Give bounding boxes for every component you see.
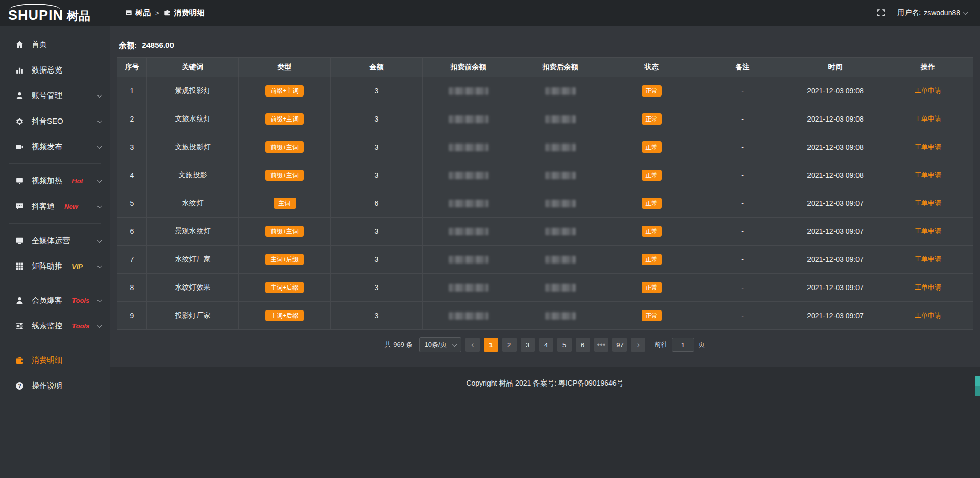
work-order-link[interactable]: 工单申请 bbox=[915, 171, 941, 179]
wallet-icon bbox=[15, 356, 24, 365]
more-pages-button[interactable]: ••• bbox=[594, 338, 609, 352]
status-badge: 正常 bbox=[642, 310, 662, 321]
home-icon bbox=[15, 40, 24, 49]
balance-label: 余额: bbox=[119, 41, 137, 50]
page-button-2[interactable]: 2 bbox=[502, 338, 517, 352]
cell-action: 工单申请 bbox=[883, 105, 973, 133]
page-buttons: ‹123456•••97› bbox=[465, 338, 646, 352]
goto-page-input[interactable] bbox=[672, 338, 694, 352]
consume-table: 序号 关键词 类型 金额 扣费前余额 扣费后余额 状态 备注 时间 操作 1 景… bbox=[117, 57, 973, 330]
monitor-icon bbox=[15, 236, 24, 245]
col-action: 操作 bbox=[883, 58, 973, 77]
cell-post-balance bbox=[514, 77, 606, 105]
goto-label: 前往 bbox=[654, 340, 668, 349]
type-badge: 主词 bbox=[274, 198, 296, 209]
breadcrumb-root-label: 树品 bbox=[135, 8, 151, 18]
app-logo[interactable]: SHUPIN 树品 bbox=[0, 4, 110, 22]
page-button-last[interactable]: 97 bbox=[612, 338, 627, 352]
cell-status: 正常 bbox=[606, 246, 697, 274]
fullscreen-icon[interactable] bbox=[877, 9, 885, 17]
page-button-5[interactable]: 5 bbox=[557, 338, 572, 352]
col-index: 序号 bbox=[117, 58, 147, 77]
sidebar-item-help[interactable]: ? 操作说明 bbox=[0, 373, 110, 398]
sidebar-item-label: 视频加热 bbox=[32, 176, 62, 186]
work-order-link[interactable]: 工单申请 bbox=[915, 283, 941, 291]
sidebar-nav: 首页 数据总览 账号管理 抖音SEO 视频发布 视频加热 Hot 抖客通 New… bbox=[0, 32, 110, 398]
grid-icon bbox=[15, 262, 24, 271]
cell-pre-balance bbox=[423, 105, 514, 133]
wallet-icon bbox=[164, 9, 171, 16]
table-row: 7 水纹灯厂家 主词+后缀 3 正常 - 2021-12-03 09:07 工单… bbox=[117, 246, 973, 274]
page-button-3[interactable]: 3 bbox=[521, 338, 535, 352]
sidebar-item-consume-detail[interactable]: 消费明细 bbox=[0, 347, 110, 373]
user-menu[interactable]: 用户名: zswodun88 bbox=[897, 8, 967, 17]
cell-post-balance bbox=[514, 302, 606, 330]
chevron-down-icon bbox=[452, 342, 457, 347]
page-button-1[interactable]: 1 bbox=[484, 338, 498, 352]
chevron-down-icon bbox=[963, 10, 968, 15]
work-order-link[interactable]: 工单申请 bbox=[915, 312, 941, 319]
prev-page-button[interactable]: ‹ bbox=[465, 338, 480, 352]
bar-chart-icon bbox=[15, 66, 24, 75]
sidebar-item-tag: New bbox=[64, 203, 78, 210]
col-status: 状态 bbox=[606, 58, 697, 77]
sidebar-item-douketong[interactable]: 抖客通 New bbox=[0, 194, 110, 219]
work-order-link[interactable]: 工单申请 bbox=[915, 199, 941, 207]
cell-amount: 3 bbox=[331, 274, 423, 302]
type-badge: 前缀+主词 bbox=[265, 226, 304, 237]
work-order-link[interactable]: 工单申请 bbox=[915, 227, 941, 235]
work-order-link[interactable]: 工单申请 bbox=[915, 115, 941, 123]
sidebar-item-label: 消费明细 bbox=[32, 355, 62, 365]
cell-time: 2021-12-03 09:08 bbox=[788, 77, 883, 105]
cell-amount: 3 bbox=[331, 302, 423, 330]
floating-widget[interactable] bbox=[975, 376, 980, 396]
cell-status: 正常 bbox=[606, 302, 697, 330]
sidebar: 首页 数据总览 账号管理 抖音SEO 视频发布 视频加热 Hot 抖客通 New… bbox=[0, 26, 110, 478]
breadcrumb-current[interactable]: 消费明细 bbox=[164, 8, 205, 18]
sidebar-item-label: 矩阵助推 bbox=[32, 261, 62, 271]
page-size-value: 10条/页 bbox=[425, 340, 447, 349]
sidebar-item-account[interactable]: 账号管理 bbox=[0, 83, 110, 108]
status-badge: 正常 bbox=[642, 198, 662, 209]
chevron-down-icon bbox=[97, 178, 102, 183]
blurred-value bbox=[449, 284, 488, 292]
cell-pre-balance bbox=[423, 302, 514, 330]
user-icon bbox=[15, 296, 24, 305]
table-row: 9 投影灯厂家 主词+后缀 3 正常 - 2021-12-03 09:07 工单… bbox=[117, 302, 973, 330]
blurred-value bbox=[449, 172, 488, 179]
blurred-value bbox=[545, 115, 576, 123]
sidebar-item-home[interactable]: 首页 bbox=[0, 32, 110, 57]
sidebar-item-member-burst[interactable]: 会员爆客 Tools bbox=[0, 288, 110, 313]
sidebar-item-data-overview[interactable]: 数据总览 bbox=[0, 57, 110, 83]
video-icon bbox=[15, 142, 24, 151]
sidebar-item-video-publish[interactable]: 视频发布 bbox=[0, 134, 110, 159]
work-order-link[interactable]: 工单申请 bbox=[915, 255, 941, 263]
page-button-4[interactable]: 4 bbox=[539, 338, 553, 352]
cell-keyword: 文旅水纹灯 bbox=[147, 105, 239, 133]
chevron-down-icon bbox=[97, 92, 102, 98]
next-page-button[interactable]: › bbox=[631, 338, 645, 352]
balance-value: 24856.00 bbox=[142, 41, 174, 50]
type-badge: 前缀+主词 bbox=[265, 113, 304, 125]
status-badge: 正常 bbox=[642, 254, 662, 265]
col-type: 类型 bbox=[239, 58, 331, 77]
sidebar-item-video-heat[interactable]: 视频加热 Hot bbox=[0, 168, 110, 194]
sidebar-item-label: 抖音SEO bbox=[32, 116, 63, 126]
cell-index: 6 bbox=[117, 218, 147, 246]
cell-remark: - bbox=[697, 246, 788, 274]
sidebar-item-media-ops[interactable]: 全媒体运营 bbox=[0, 228, 110, 253]
table-row: 8 水纹灯效果 主词+后缀 3 正常 - 2021-12-03 09:07 工单… bbox=[117, 274, 973, 302]
sidebar-item-leads-monitor[interactable]: 线索监控 Tools bbox=[0, 313, 110, 339]
page-size-select[interactable]: 10条/页 bbox=[419, 337, 461, 352]
page-button-6[interactable]: 6 bbox=[576, 338, 590, 352]
work-order-link[interactable]: 工单申请 bbox=[915, 143, 941, 151]
sidebar-divider bbox=[9, 343, 101, 343]
sidebar-item-matrix-boost[interactable]: 矩阵助推 VIP bbox=[0, 253, 110, 279]
cell-keyword: 水纹灯效果 bbox=[147, 274, 239, 302]
cell-pre-balance bbox=[423, 133, 514, 161]
sidebar-item-douyin-seo[interactable]: 抖音SEO bbox=[0, 108, 110, 134]
blurred-value bbox=[545, 256, 576, 264]
cell-type: 主词 bbox=[239, 189, 331, 218]
breadcrumb-root[interactable]: 树品 bbox=[125, 8, 151, 18]
work-order-link[interactable]: 工单申请 bbox=[915, 87, 941, 94]
